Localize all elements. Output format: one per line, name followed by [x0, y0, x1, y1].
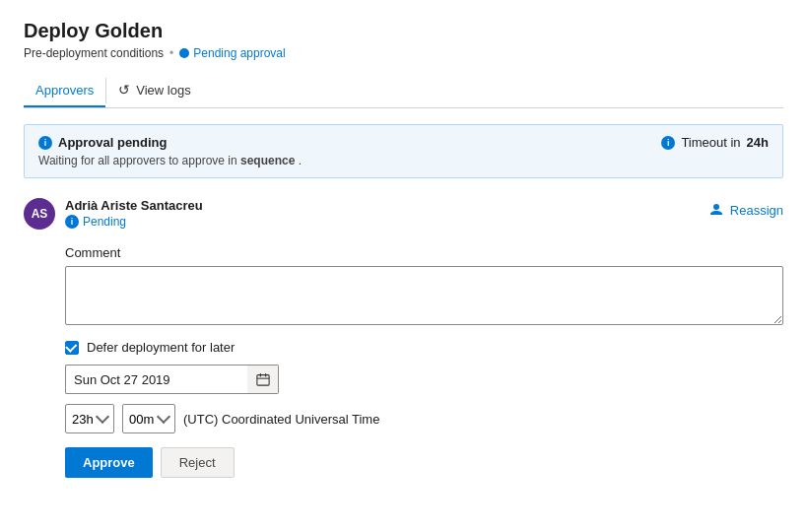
defer-label: Defer deployment for later: [87, 340, 235, 355]
minute-select-wrapper[interactable]: 00m 15m30m45m: [122, 404, 175, 433]
breadcrumb: Pre-deployment conditions • Pending appr…: [24, 46, 783, 60]
status-icon: i: [65, 215, 79, 229]
tab-approvers-label: Approvers: [35, 83, 94, 98]
approver-status-row: i Pending: [65, 215, 203, 229]
alert-banner: i Approval pending Waiting for all appro…: [24, 124, 783, 178]
alert-title-text: Approval pending: [58, 135, 168, 150]
alert-subtitle: Waiting for all approvers to approve in …: [38, 154, 302, 167]
minute-chevron-icon: [157, 410, 170, 424]
minute-select[interactable]: 00m 15m30m45m: [129, 412, 155, 427]
approver-info: Adrià Ariste Santacreu i Pending: [65, 198, 203, 229]
time-row: 23h 00h01h02h 03h04h05h 06h07h08h 09h10h…: [65, 404, 783, 433]
breadcrumb-sep: •: [169, 46, 173, 60]
timeout-pre: Timeout in: [681, 135, 740, 150]
form-section: Comment Defer deployment for later 23h 0…: [24, 245, 783, 478]
reassign-button[interactable]: Reassign: [708, 198, 783, 222]
tab-view-logs[interactable]: ↺ View logs: [106, 74, 202, 107]
alert-title-row: i Approval pending: [38, 135, 302, 150]
reject-button[interactable]: Reject: [161, 447, 235, 478]
reassign-label: Reassign: [730, 203, 783, 218]
dot-icon: [179, 48, 189, 58]
action-row: Approve Reject: [65, 447, 783, 478]
alert-left: i Approval pending Waiting for all appro…: [38, 135, 302, 167]
tab-view-logs-label: View logs: [136, 83, 190, 98]
timeout-value: 24h: [747, 135, 769, 150]
date-input[interactable]: [65, 365, 247, 394]
hour-select[interactable]: 23h 00h01h02h 03h04h05h 06h07h08h 09h10h…: [72, 412, 94, 427]
defer-row: Defer deployment for later: [65, 340, 783, 355]
badge-label: Pending approval: [193, 46, 285, 60]
pending-badge: Pending approval: [179, 46, 285, 60]
hour-chevron-icon: [96, 410, 109, 424]
calendar-button[interactable]: [247, 365, 279, 394]
alert-clock-icon: i: [661, 136, 675, 150]
svg-rect-0: [256, 375, 268, 386]
approver-status-text: Pending: [83, 215, 126, 229]
approver-name: Adrià Ariste Santacreu: [65, 198, 203, 213]
approve-button[interactable]: Approve: [65, 447, 153, 478]
tabs-container: Approvers ↺ View logs: [24, 74, 783, 108]
hour-select-wrapper[interactable]: 23h 00h01h02h 03h04h05h 06h07h08h 09h10h…: [65, 404, 114, 433]
person-icon: [708, 202, 724, 218]
breadcrumb-item1: Pre-deployment conditions: [24, 46, 164, 60]
timezone-label: (UTC) Coordinated Universal Time: [183, 412, 379, 427]
date-row: [65, 365, 783, 394]
refresh-icon: ↺: [118, 82, 130, 98]
alert-timeout: i Timeout in 24h: [661, 135, 769, 150]
page-title: Deploy Golden: [24, 20, 783, 42]
alert-info-icon: i: [38, 136, 52, 150]
comment-label: Comment: [65, 245, 783, 260]
approver-row: AS Adrià Ariste Santacreu i Pending Reas…: [24, 198, 783, 230]
avatar: AS: [24, 198, 55, 230]
comment-textarea[interactable]: [65, 266, 783, 325]
tab-approvers[interactable]: Approvers: [24, 74, 105, 107]
approver-left: AS Adrià Ariste Santacreu i Pending: [24, 198, 203, 230]
defer-checkbox[interactable]: [65, 341, 79, 355]
calendar-icon: [256, 372, 270, 386]
